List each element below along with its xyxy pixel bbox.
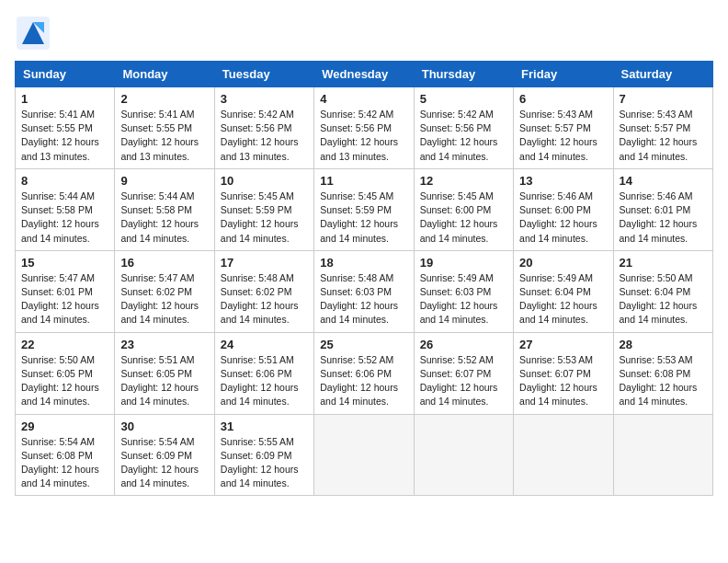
- day-number: 30: [120, 419, 208, 433]
- calendar-weekday: Saturday: [613, 62, 712, 87]
- calendar-weekday: Sunday: [16, 62, 115, 87]
- day-info: Sunrise: 5:53 AM Sunset: 6:07 PM Dayligh…: [519, 353, 607, 409]
- day-number: 12: [420, 174, 507, 188]
- day-number: 24: [221, 338, 308, 351]
- day-info: Sunrise: 5:43 AM Sunset: 5:57 PM Dayligh…: [519, 108, 607, 164]
- day-number: 16: [120, 256, 208, 270]
- calendar-day-cell: 13 Sunrise: 5:46 AM Sunset: 6:00 PM Dayl…: [514, 168, 613, 250]
- day-number: 7: [620, 92, 707, 106]
- day-number: 10: [221, 174, 308, 188]
- day-number: 8: [21, 174, 108, 188]
- calendar-day-cell: 22 Sunrise: 5:50 AM Sunset: 6:05 PM Dayl…: [16, 332, 115, 414]
- calendar-week-row: 1 Sunrise: 5:41 AM Sunset: 5:55 PM Dayli…: [16, 87, 713, 169]
- day-number: 20: [519, 256, 607, 270]
- calendar-day-cell: 12 Sunrise: 5:45 AM Sunset: 6:00 PM Dayl…: [414, 168, 513, 250]
- day-info: Sunrise: 5:50 AM Sunset: 6:05 PM Dayligh…: [21, 353, 108, 409]
- calendar-day-cell: [314, 414, 414, 496]
- calendar-day-cell: 30 Sunrise: 5:54 AM Sunset: 6:09 PM Dayl…: [115, 414, 214, 496]
- day-info: Sunrise: 5:41 AM Sunset: 5:55 PM Dayligh…: [21, 108, 108, 164]
- calendar-weekday: Monday: [115, 62, 214, 87]
- day-info: Sunrise: 5:46 AM Sunset: 6:00 PM Dayligh…: [519, 190, 607, 246]
- calendar-day-cell: [514, 414, 613, 496]
- calendar-week-row: 29 Sunrise: 5:54 AM Sunset: 6:08 PM Dayl…: [16, 414, 713, 496]
- calendar-day-cell: 3 Sunrise: 5:42 AM Sunset: 5:56 PM Dayli…: [214, 87, 313, 169]
- day-number: 17: [221, 256, 308, 270]
- day-info: Sunrise: 5:52 AM Sunset: 6:06 PM Dayligh…: [320, 353, 407, 409]
- calendar-day-cell: [414, 414, 513, 496]
- day-info: Sunrise: 5:51 AM Sunset: 6:06 PM Dayligh…: [221, 353, 308, 409]
- day-number: 3: [221, 92, 308, 106]
- day-info: Sunrise: 5:42 AM Sunset: 5:56 PM Dayligh…: [320, 108, 407, 164]
- calendar-day-cell: 16 Sunrise: 5:47 AM Sunset: 6:02 PM Dayl…: [115, 250, 214, 332]
- day-info: Sunrise: 5:41 AM Sunset: 5:55 PM Dayligh…: [120, 108, 208, 164]
- day-number: 26: [420, 338, 507, 351]
- calendar-day-cell: 18 Sunrise: 5:48 AM Sunset: 6:03 PM Dayl…: [314, 250, 414, 332]
- day-info: Sunrise: 5:46 AM Sunset: 6:01 PM Dayligh…: [620, 190, 707, 246]
- calendar-week-row: 22 Sunrise: 5:50 AM Sunset: 6:05 PM Dayl…: [16, 332, 713, 414]
- day-number: 18: [320, 256, 407, 270]
- calendar-day-cell: 29 Sunrise: 5:54 AM Sunset: 6:08 PM Dayl…: [16, 414, 115, 496]
- calendar-day-cell: 5 Sunrise: 5:42 AM Sunset: 5:56 PM Dayli…: [414, 87, 513, 169]
- calendar-day-cell: 14 Sunrise: 5:46 AM Sunset: 6:01 PM Dayl…: [613, 168, 712, 250]
- day-info: Sunrise: 5:55 AM Sunset: 6:09 PM Dayligh…: [221, 435, 308, 491]
- calendar-day-cell: 26 Sunrise: 5:52 AM Sunset: 6:07 PM Dayl…: [414, 332, 513, 414]
- day-number: 25: [320, 338, 407, 351]
- day-number: 6: [519, 92, 607, 106]
- day-info: Sunrise: 5:44 AM Sunset: 5:58 PM Dayligh…: [120, 190, 208, 246]
- calendar-week-row: 15 Sunrise: 5:47 AM Sunset: 6:01 PM Dayl…: [16, 250, 713, 332]
- day-info: Sunrise: 5:50 AM Sunset: 6:04 PM Dayligh…: [620, 271, 707, 327]
- calendar-day-cell: 24 Sunrise: 5:51 AM Sunset: 6:06 PM Dayl…: [214, 332, 313, 414]
- day-number: 15: [21, 256, 108, 270]
- day-number: 31: [221, 419, 308, 433]
- day-number: 13: [519, 174, 607, 188]
- day-info: Sunrise: 5:42 AM Sunset: 5:56 PM Dayligh…: [420, 108, 507, 164]
- day-info: Sunrise: 5:51 AM Sunset: 6:05 PM Dayligh…: [120, 353, 208, 409]
- logo-icon: [15, 15, 51, 52]
- calendar-table: SundayMondayTuesdayWednesdayThursdayFrid…: [15, 61, 713, 496]
- day-number: 1: [21, 92, 108, 106]
- day-number: 2: [120, 92, 208, 106]
- day-info: Sunrise: 5:43 AM Sunset: 5:57 PM Dayligh…: [620, 108, 707, 164]
- day-number: 21: [620, 256, 707, 270]
- calendar-day-cell: 31 Sunrise: 5:55 AM Sunset: 6:09 PM Dayl…: [214, 414, 313, 496]
- calendar-day-cell: 10 Sunrise: 5:45 AM Sunset: 5:59 PM Dayl…: [214, 168, 313, 250]
- day-number: 22: [21, 338, 108, 351]
- calendar-day-cell: 4 Sunrise: 5:42 AM Sunset: 5:56 PM Dayli…: [314, 87, 414, 169]
- day-info: Sunrise: 5:48 AM Sunset: 6:02 PM Dayligh…: [221, 271, 308, 327]
- page-header: [15, 15, 713, 52]
- calendar-day-cell: 25 Sunrise: 5:52 AM Sunset: 6:06 PM Dayl…: [314, 332, 414, 414]
- calendar-body: 1 Sunrise: 5:41 AM Sunset: 5:55 PM Dayli…: [16, 87, 713, 496]
- calendar-header-row: SundayMondayTuesdayWednesdayThursdayFrid…: [16, 62, 713, 87]
- day-info: Sunrise: 5:45 AM Sunset: 6:00 PM Dayligh…: [420, 190, 507, 246]
- day-info: Sunrise: 5:48 AM Sunset: 6:03 PM Dayligh…: [320, 271, 407, 327]
- calendar-weekday: Tuesday: [214, 62, 313, 87]
- calendar-day-cell: 27 Sunrise: 5:53 AM Sunset: 6:07 PM Dayl…: [514, 332, 613, 414]
- day-info: Sunrise: 5:42 AM Sunset: 5:56 PM Dayligh…: [221, 108, 308, 164]
- day-info: Sunrise: 5:52 AM Sunset: 6:07 PM Dayligh…: [420, 353, 507, 409]
- calendar-weekday: Thursday: [414, 62, 513, 87]
- calendar-day-cell: 8 Sunrise: 5:44 AM Sunset: 5:58 PM Dayli…: [16, 168, 115, 250]
- day-number: 27: [519, 338, 607, 351]
- day-info: Sunrise: 5:53 AM Sunset: 6:08 PM Dayligh…: [620, 353, 707, 409]
- calendar-day-cell: 6 Sunrise: 5:43 AM Sunset: 5:57 PM Dayli…: [514, 87, 613, 169]
- day-info: Sunrise: 5:44 AM Sunset: 5:58 PM Dayligh…: [21, 190, 108, 246]
- day-info: Sunrise: 5:49 AM Sunset: 6:03 PM Dayligh…: [420, 271, 507, 327]
- day-number: 9: [120, 174, 208, 188]
- calendar-day-cell: 17 Sunrise: 5:48 AM Sunset: 6:02 PM Dayl…: [214, 250, 313, 332]
- day-number: 11: [320, 174, 407, 188]
- day-info: Sunrise: 5:49 AM Sunset: 6:04 PM Dayligh…: [519, 271, 607, 327]
- logo: [15, 15, 53, 52]
- day-number: 19: [420, 256, 507, 270]
- day-info: Sunrise: 5:47 AM Sunset: 6:02 PM Dayligh…: [120, 271, 208, 327]
- day-info: Sunrise: 5:54 AM Sunset: 6:08 PM Dayligh…: [21, 435, 108, 491]
- calendar-weekday: Friday: [514, 62, 613, 87]
- calendar-day-cell: 9 Sunrise: 5:44 AM Sunset: 5:58 PM Dayli…: [115, 168, 214, 250]
- calendar-day-cell: 19 Sunrise: 5:49 AM Sunset: 6:03 PM Dayl…: [414, 250, 513, 332]
- calendar-week-row: 8 Sunrise: 5:44 AM Sunset: 5:58 PM Dayli…: [16, 168, 713, 250]
- calendar-day-cell: 23 Sunrise: 5:51 AM Sunset: 6:05 PM Dayl…: [115, 332, 214, 414]
- day-number: 29: [21, 419, 108, 433]
- day-number: 28: [620, 338, 707, 351]
- day-number: 5: [420, 92, 507, 106]
- day-info: Sunrise: 5:45 AM Sunset: 5:59 PM Dayligh…: [320, 190, 407, 246]
- calendar-day-cell: 28 Sunrise: 5:53 AM Sunset: 6:08 PM Dayl…: [613, 332, 712, 414]
